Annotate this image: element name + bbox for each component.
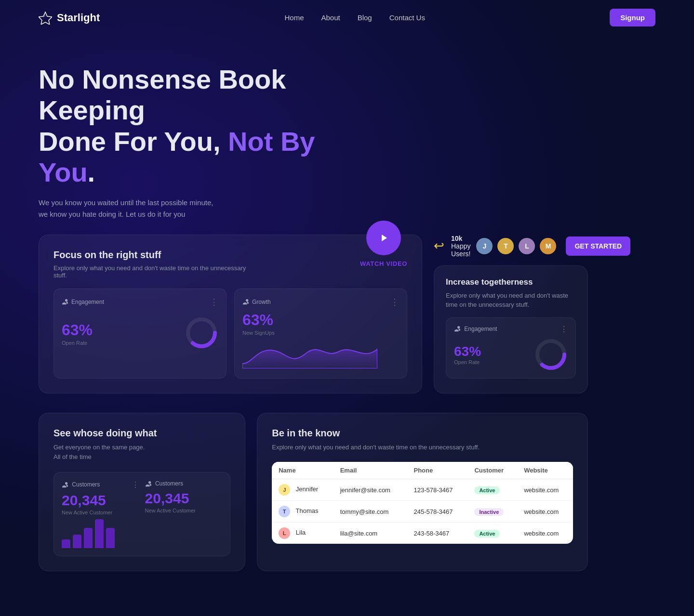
row3-badge: Active [474,530,500,537]
tog-donut [534,338,568,371]
customers-menu[interactable]: ⋮ [132,480,139,489]
happy-users-text: 10k Happy Users! [451,235,470,258]
growth-percent: 63% [242,311,399,329]
row1-name: J Jennifer [272,479,333,501]
row2-phone: 245-578-3467 [407,501,467,523]
engagement-sub: Open Rate [62,340,93,346]
logo-icon [39,11,52,25]
table-row: T Thomas tommy@site.com 245-578-3467 Ina… [272,501,573,523]
users-icon [62,299,68,305]
nav-contact[interactable]: Contact Us [389,13,425,22]
tog-mini-sub: Open Rate [454,359,481,365]
see-title: See whose doing what [53,428,230,439]
avatar-1: J [475,237,494,255]
get-started-button[interactable]: GET STARTED [566,236,630,256]
table-row: L Lila lila@site.com 243-58-3467 Active … [272,523,573,544]
row2-badge: Inactive [474,508,504,516]
row1-avatar: J [279,484,290,496]
row2-name: T Thomas [272,501,333,523]
customers-number-right: 20,345 [145,490,223,507]
nav-about[interactable]: About [321,13,340,22]
see-desc: Get everyone on the same page. All of th… [53,443,230,463]
customers-sub: New Active Customer [62,510,139,515]
logo-text: Starlight [57,12,100,24]
nav-home[interactable]: Home [284,13,304,22]
row2-status: Inactive [467,501,517,523]
right-column: ↩ 10k Happy Users! J T L M GET STARTED I… [434,235,588,393]
engagement-donut [185,316,218,350]
focus-title: Focus on the right stuff [53,249,256,261]
customers-table: Name Email Phone Customer Website J Jenn… [272,462,573,544]
col-website: Website [517,462,573,479]
row3-status: Active [467,523,517,544]
avatar-3: L [518,237,536,255]
togetherness-desc: Explore only what you need and don't was… [446,291,576,310]
customers-label-left: Customers [62,481,100,488]
row1-status: Active [467,479,517,501]
mini-cards-row: Engagement ⋮ 63% Open Rate [53,288,407,379]
row3-email: lila@site.com [334,523,407,544]
focus-desc: Explore only what you need and don't was… [53,264,256,279]
hero-title: No Nonsense Book Keeping Done For You, N… [39,64,366,188]
engagement-card: Engagement ⋮ 63% Open Rate [53,288,227,379]
bar-5 [106,528,115,548]
engagement-title: Engagement [62,299,104,305]
bar-chart-right: Customers 20,345 New Active Customer [145,480,223,548]
row3-website: website.com [517,523,573,544]
growth-icon [242,299,249,305]
customers-label-right: Customers [145,480,223,487]
know-card: Be in the know Explore only what you nee… [257,413,588,572]
bar-chart-widget: Customers ⋮ 20,345 New Active Customer [53,472,230,556]
growth-sub: New SignUps [242,330,399,336]
play-icon [378,232,389,244]
hero-subtitle: We you know you waited until the last po… [39,197,222,220]
togetherness-card: Increase togetherness Explore only what … [434,265,588,393]
col-email: Email [334,462,407,479]
row2-email: tommy@site.com [334,501,407,523]
tog-mini-title: Engagement [454,326,497,333]
row1-badge: Active [474,486,500,494]
wave-chart [242,340,377,368]
customers-sub-right: New Active Customer [145,508,223,513]
row1-website: website.com [517,479,573,501]
engagement-percent: 63% [62,321,93,339]
hero-section: No Nonsense Book Keeping Done For You, N… [0,35,694,220]
growth-card: Growth ⋮ 63% New SignUps [234,288,407,379]
bars-visual [62,519,139,548]
avatar-2: T [496,237,515,255]
tog-users-icon [454,326,461,332]
bar-3 [84,528,93,548]
row3-name: L Lila [272,523,333,544]
avatar-4: M [539,237,557,255]
tog-mini-percent: 63% [454,344,481,359]
cards-section: Focus on the right stuff Explore only wh… [0,220,627,413]
row3-phone: 243-58-3467 [407,523,467,544]
growth-title: Growth [242,299,271,305]
logo[interactable]: Starlight [39,11,100,25]
row1-phone: 123-578-3467 [407,479,467,501]
arrow-icon: ↩ [434,238,444,253]
nav-blog[interactable]: Blog [358,13,372,22]
bar-1 [62,539,70,548]
bar-chart-left: Customers ⋮ 20,345 New Active Customer [62,480,139,548]
col-name: Name [272,462,333,479]
engagement-menu[interactable]: ⋮ [210,297,218,307]
col-customer: Customer [467,462,517,479]
row3-avatar: L [279,527,290,539]
know-title: Be in the know [272,428,573,439]
col-phone: Phone [407,462,467,479]
row1-email: jennifer@site.com [334,479,407,501]
bar-4 [95,519,104,548]
signup-button[interactable]: Signup [610,9,655,26]
happy-users-row: ↩ 10k Happy Users! J T L M GET STARTED [434,235,588,258]
see-card: See whose doing what Get everyone on the… [39,413,245,572]
watch-video-area: WATCH VIDEO [360,221,407,267]
table-row: J Jennifer jennifer@site.com 123-578-346… [272,479,573,501]
growth-menu[interactable]: ⋮ [390,297,399,307]
avatars-row: J T L M [475,237,557,255]
know-desc: Explore only what you need and don't was… [272,443,573,453]
tog-mini-menu[interactable]: ⋮ [560,325,568,334]
bar-2 [73,535,81,548]
play-button[interactable] [366,221,401,255]
focus-card: Focus on the right stuff Explore only wh… [39,235,422,393]
